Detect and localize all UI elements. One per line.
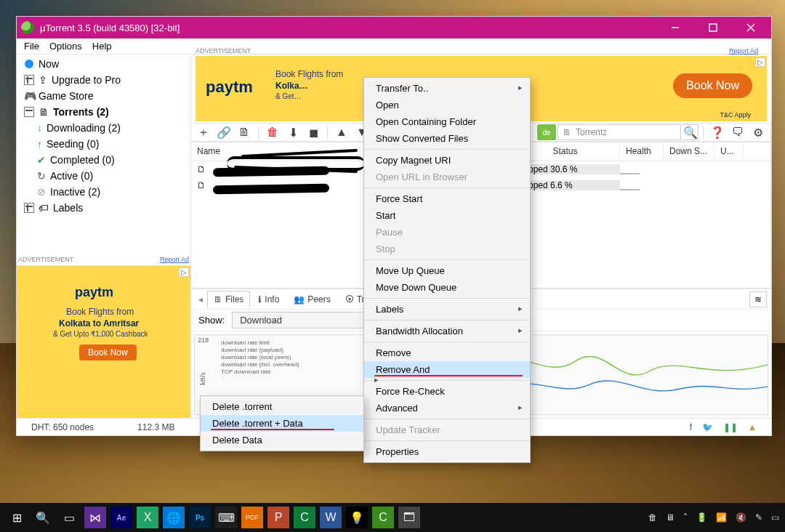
- minimize-button[interactable]: [659, 17, 691, 38]
- sidebar-item-seeding[interactable]: ↑Seeding (0): [17, 136, 190, 152]
- ad-brand: paytm: [206, 78, 253, 97]
- hide-ad-button[interactable]: de: [537, 124, 556, 140]
- start-button[interactable]: ⊞: [6, 507, 28, 528]
- twitter-icon[interactable]: 🐦: [702, 422, 713, 432]
- tray-battery-icon[interactable]: 🔋: [696, 512, 707, 523]
- tray-monitor-icon[interactable]: 🖥: [666, 512, 675, 523]
- tray-chevron-up-icon[interactable]: ˄: [683, 512, 688, 523]
- start-button[interactable]: ⬇: [283, 124, 302, 140]
- sidebar-ad[interactable]: ADVERTISEMENT Report Ad ▷ paytm Book Fli…: [17, 265, 190, 418]
- preferences-button[interactable]: ⚙: [749, 124, 768, 140]
- context-item: Stop: [364, 241, 530, 257]
- ad-book-now-button[interactable]: Book Now: [79, 344, 137, 360]
- taskbar-app[interactable]: C: [294, 507, 315, 528]
- sidebar-item-downloading[interactable]: ↓Downloading (2): [17, 120, 190, 136]
- context-item[interactable]: Move Up Queue: [364, 262, 530, 279]
- android-icon[interactable]: ❚❚: [723, 422, 738, 432]
- tab-peers[interactable]: 👥 Peers: [287, 291, 337, 307]
- search-input[interactable]: 🗎Torrentz: [557, 124, 681, 140]
- taskbar-app[interactable]: 🗔: [398, 507, 420, 528]
- adchoices-icon[interactable]: ▷: [179, 267, 189, 277]
- sidebar-item-now[interactable]: Now: [17, 56, 190, 72]
- context-menu-remove-and[interactable]: Delete .torrentDelete .torrent + DataDel…: [200, 395, 364, 451]
- taskbar-app[interactable]: ⌨: [215, 507, 237, 528]
- rss-button[interactable]: ❓: [708, 124, 727, 140]
- context-menu-main[interactable]: Transfer To..OpenOpen Containing FolderS…: [363, 77, 531, 463]
- context-item[interactable]: Labels: [364, 301, 530, 318]
- warning-icon[interactable]: ▲: [748, 422, 757, 432]
- taskbar-app[interactable]: Ps: [189, 507, 211, 528]
- context-item[interactable]: Remove: [364, 344, 530, 361]
- col-downspeed[interactable]: Down S...: [664, 142, 714, 161]
- taskbar-app[interactable]: Ae: [110, 507, 132, 528]
- context-item[interactable]: Show Converted Files: [364, 130, 530, 147]
- sidebar-item-torrents[interactable]: 🗎Torrents (2): [17, 104, 190, 120]
- download-icon: ↓: [37, 122, 42, 134]
- context-item[interactable]: Advanced: [364, 400, 530, 416]
- taskbar-app[interactable]: W: [320, 507, 342, 528]
- sidebar-item-completed[interactable]: ✔Completed (0): [17, 152, 190, 168]
- remove-button[interactable]: 🗑: [263, 124, 282, 140]
- taskbar-app[interactable]: X: [137, 507, 158, 528]
- context-item[interactable]: Properties: [364, 443, 530, 460]
- context-item[interactable]: Transfer To..: [364, 80, 530, 97]
- search-button[interactable]: 🔍: [683, 124, 699, 140]
- context-item[interactable]: Move Down Queue: [364, 279, 530, 296]
- context-item[interactable]: Force Re-Check: [364, 383, 530, 400]
- create-torrent-button[interactable]: 🗎: [235, 124, 254, 140]
- taskbar-app[interactable]: PDF: [241, 507, 263, 528]
- tray-wifi-icon[interactable]: 📶: [716, 512, 727, 523]
- tab-files[interactable]: 🗎 Files: [207, 291, 250, 307]
- sidebar-item-labels[interactable]: 🏷Labels: [17, 200, 190, 216]
- maximize-button[interactable]: [697, 17, 729, 38]
- dot-icon: [24, 59, 34, 69]
- context-item[interactable]: Delete .torrent + Data: [201, 415, 363, 432]
- sidebar-item-inactive[interactable]: ⊘Inactive (2): [17, 184, 190, 200]
- menu-file[interactable]: File: [24, 41, 39, 52]
- taskbar-app[interactable]: 💡: [346, 507, 368, 528]
- facebook-icon[interactable]: f: [690, 422, 692, 432]
- tray-notifications-icon[interactable]: ▭: [771, 512, 779, 523]
- context-item[interactable]: Force Start: [364, 190, 530, 207]
- taskbar-app[interactable]: 🌐: [163, 507, 185, 528]
- search-icon[interactable]: 🔍: [32, 507, 54, 528]
- context-item[interactable]: Delete Data: [201, 432, 363, 448]
- menu-options[interactable]: Options: [49, 41, 82, 52]
- sidebar-item-gamestore[interactable]: 🎮Game Store: [17, 88, 190, 104]
- context-item[interactable]: Open Containing Folder: [364, 113, 530, 130]
- context-item[interactable]: Open: [364, 97, 530, 113]
- context-item[interactable]: Delete .torrent: [201, 398, 363, 415]
- report-ad-link[interactable]: Report Ad: [160, 256, 189, 263]
- add-url-button[interactable]: 🔗: [214, 124, 233, 140]
- context-item[interactable]: Copy Magnet URI: [364, 152, 530, 169]
- add-torrent-button[interactable]: ＋: [194, 124, 213, 140]
- titlebar[interactable]: µTorrent 3.5 (build 43580) [32-bit]: [17, 17, 771, 39]
- recycle-bin-icon[interactable]: 🗑: [648, 512, 657, 523]
- taskbar-app[interactable]: C: [372, 507, 394, 528]
- stop-button[interactable]: ◼: [304, 124, 323, 140]
- sidebar-item-active[interactable]: ↻Active (0): [17, 168, 190, 184]
- close-button[interactable]: [735, 17, 767, 38]
- tab-info[interactable]: ℹ Info: [251, 291, 286, 307]
- remote-button[interactable]: 🗨: [728, 124, 747, 140]
- adchoices-icon[interactable]: ▷: [755, 57, 765, 67]
- menu-help[interactable]: Help: [92, 41, 112, 52]
- move-up-button[interactable]: ▲: [332, 124, 351, 140]
- taskbar-app[interactable]: P: [267, 507, 289, 528]
- report-ad-link[interactable]: Report Ad: [729, 47, 758, 55]
- context-item[interactable]: Remove And: [364, 361, 530, 378]
- sidebar-item-upgrade[interactable]: ⇪Upgrade to Pro: [17, 72, 190, 88]
- col-upspeed[interactable]: U...: [714, 142, 744, 161]
- col-health[interactable]: Health: [620, 142, 664, 161]
- minus-box-icon: [24, 107, 34, 117]
- taskview-icon[interactable]: ▭: [58, 507, 80, 528]
- tab-overflow-button[interactable]: ≋: [749, 291, 767, 307]
- context-item[interactable]: Start: [364, 207, 530, 224]
- ad-book-now-button[interactable]: Book Now: [673, 73, 752, 98]
- tray-volume-icon[interactable]: 🔇: [736, 512, 746, 523]
- context-item[interactable]: Bandwidth Allocation: [364, 323, 530, 339]
- sidebar-tree[interactable]: Now ⇪Upgrade to Pro 🎮Game Store 🗎Torrent…: [17, 55, 190, 265]
- taskbar-app[interactable]: ⋈: [84, 507, 106, 528]
- tray-pen-icon[interactable]: ✎: [755, 512, 762, 523]
- taskbar[interactable]: ⊞ 🔍 ▭ ⋈ Ae X 🌐 Ps ⌨ PDF P C W 💡 C 🗔 🗑 🖥 …: [0, 503, 785, 532]
